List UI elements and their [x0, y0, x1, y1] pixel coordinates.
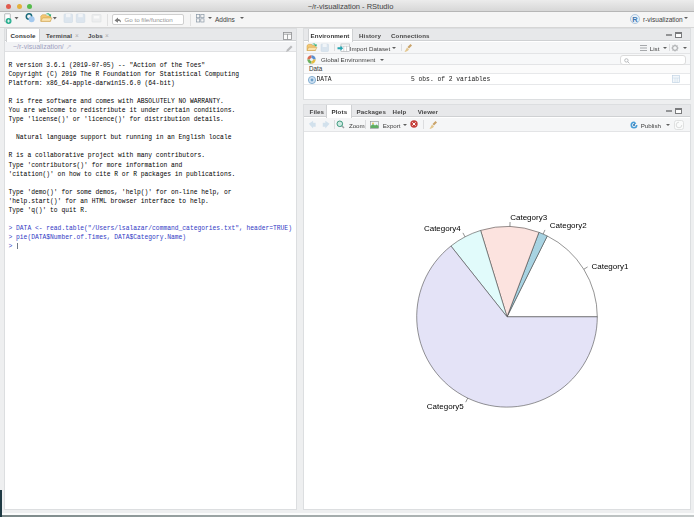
svg-text:Category4: Category4 [424, 224, 461, 233]
svg-text:Category2: Category2 [550, 221, 587, 230]
svg-text:Category5: Category5 [427, 402, 464, 411]
svg-text:Category3: Category3 [510, 213, 547, 222]
svg-text:Category1: Category1 [591, 262, 628, 271]
svg-text:R: R [632, 15, 638, 24]
